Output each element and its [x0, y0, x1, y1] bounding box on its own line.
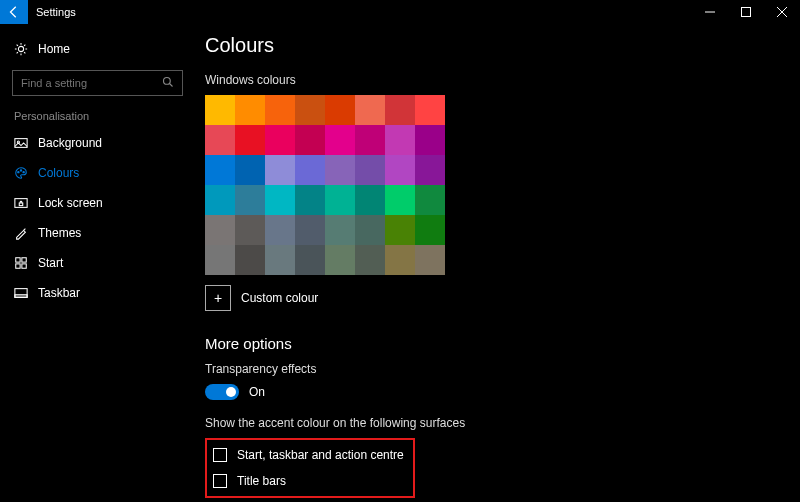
colour-swatch[interactable] — [235, 155, 265, 185]
colour-swatch[interactable] — [355, 185, 385, 215]
checkbox-icon — [213, 448, 227, 462]
sidebar-item-label: Background — [38, 136, 102, 150]
colour-swatch[interactable] — [295, 155, 325, 185]
colour-swatch[interactable] — [385, 215, 415, 245]
colour-swatch[interactable] — [325, 215, 355, 245]
colour-swatch[interactable] — [385, 125, 415, 155]
colour-swatch[interactable] — [265, 155, 295, 185]
colour-swatch[interactable] — [415, 95, 445, 125]
colour-swatch[interactable] — [295, 125, 325, 155]
search-wrap — [0, 64, 195, 110]
back-button[interactable] — [0, 0, 28, 24]
colour-swatch[interactable] — [265, 185, 295, 215]
colour-swatch[interactable] — [385, 185, 415, 215]
search-icon — [162, 76, 174, 91]
colour-swatch[interactable] — [265, 95, 295, 125]
svg-rect-1 — [742, 8, 751, 17]
svg-rect-16 — [16, 264, 20, 268]
colour-swatch[interactable] — [235, 245, 265, 275]
colour-swatch[interactable] — [415, 215, 445, 245]
colour-swatch[interactable] — [385, 155, 415, 185]
colour-swatch[interactable] — [415, 125, 445, 155]
colour-swatch[interactable] — [265, 245, 295, 275]
colour-swatch-grid — [205, 95, 445, 275]
sidebar-category: Personalisation — [0, 110, 195, 122]
colour-swatch[interactable] — [235, 185, 265, 215]
svg-point-9 — [18, 171, 19, 172]
plus-icon: + — [205, 285, 231, 311]
sidebar: Home Personalisation Background Colours … — [0, 24, 195, 502]
colour-swatch[interactable] — [205, 95, 235, 125]
colour-swatch[interactable] — [205, 245, 235, 275]
start-icon — [14, 256, 28, 270]
colour-swatch[interactable] — [325, 155, 355, 185]
colour-swatch[interactable] — [355, 155, 385, 185]
colour-swatch[interactable] — [295, 185, 325, 215]
colour-swatch[interactable] — [205, 215, 235, 245]
colour-swatch[interactable] — [355, 125, 385, 155]
colour-swatch[interactable] — [265, 125, 295, 155]
svg-rect-13 — [19, 203, 23, 206]
page-title: Colours — [205, 34, 780, 57]
colour-swatch[interactable] — [385, 95, 415, 125]
more-options-heading: More options — [205, 335, 780, 352]
colour-swatch[interactable] — [355, 95, 385, 125]
checkbox-icon — [213, 474, 227, 488]
windows-colours-label: Windows colours — [205, 73, 780, 87]
colour-swatch[interactable] — [235, 125, 265, 155]
colour-swatch[interactable] — [325, 185, 355, 215]
close-button[interactable] — [764, 0, 800, 24]
colour-swatch[interactable] — [415, 185, 445, 215]
colour-swatch[interactable] — [325, 245, 355, 275]
colour-swatch[interactable] — [415, 245, 445, 275]
colour-swatch[interactable] — [355, 215, 385, 245]
colour-swatch[interactable] — [205, 155, 235, 185]
search-input[interactable] — [12, 70, 183, 96]
titlebar: Settings — [0, 0, 800, 24]
search-input-field[interactable] — [21, 77, 162, 89]
sidebar-item-colours[interactable]: Colours — [0, 158, 195, 188]
taskbar-icon — [14, 286, 28, 300]
accent-surfaces-label: Show the accent colour on the following … — [205, 416, 780, 430]
colour-swatch[interactable] — [295, 95, 325, 125]
colour-swatch[interactable] — [295, 215, 325, 245]
colour-swatch[interactable] — [385, 245, 415, 275]
sidebar-item-label: Themes — [38, 226, 81, 240]
sidebar-item-lock-screen[interactable]: Lock screen — [0, 188, 195, 218]
sidebar-item-start[interactable]: Start — [0, 248, 195, 278]
colour-swatch[interactable] — [295, 245, 325, 275]
colour-swatch[interactable] — [235, 95, 265, 125]
custom-colour-label: Custom colour — [241, 291, 318, 305]
colour-swatch[interactable] — [325, 125, 355, 155]
svg-point-5 — [164, 77, 171, 84]
checkbox-title-bars[interactable]: Title bars — [209, 468, 411, 494]
highlight-box-accent: Start, taskbar and action centre Title b… — [205, 438, 415, 498]
svg-line-6 — [170, 83, 173, 86]
svg-point-4 — [18, 46, 23, 51]
sidebar-item-label: Taskbar — [38, 286, 80, 300]
custom-colour-button[interactable]: + Custom colour — [205, 285, 780, 311]
checkbox-start-taskbar[interactable]: Start, taskbar and action centre — [209, 442, 411, 468]
sidebar-item-background[interactable]: Background — [0, 128, 195, 158]
sidebar-item-taskbar[interactable]: Taskbar — [0, 278, 195, 308]
sidebar-home[interactable]: Home — [0, 34, 195, 64]
colour-swatch[interactable] — [205, 185, 235, 215]
svg-point-11 — [23, 171, 24, 172]
colour-swatch[interactable] — [205, 125, 235, 155]
sidebar-item-label: Start — [38, 256, 63, 270]
svg-rect-14 — [16, 258, 20, 262]
colour-swatch[interactable] — [235, 215, 265, 245]
colour-swatch[interactable] — [325, 95, 355, 125]
sidebar-item-themes[interactable]: Themes — [0, 218, 195, 248]
transparency-value: On — [249, 385, 265, 399]
colour-swatch[interactable] — [415, 155, 445, 185]
colour-swatch[interactable] — [355, 245, 385, 275]
transparency-toggle[interactable]: On — [205, 384, 780, 400]
minimize-button[interactable] — [692, 0, 728, 24]
toggle-switch-icon — [205, 384, 239, 400]
palette-icon — [14, 166, 28, 180]
window-controls — [692, 0, 800, 24]
colour-swatch[interactable] — [265, 215, 295, 245]
maximize-button[interactable] — [728, 0, 764, 24]
gear-icon — [14, 42, 28, 56]
